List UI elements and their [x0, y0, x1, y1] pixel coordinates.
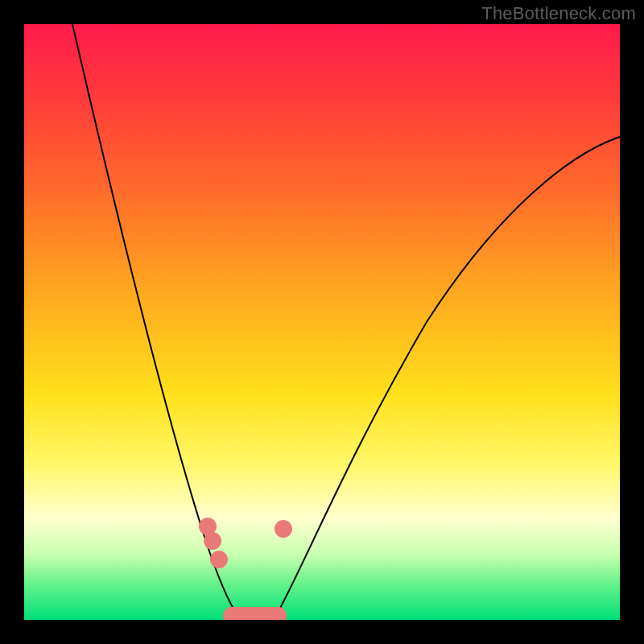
marker-dot — [204, 532, 221, 550]
marker-dot — [275, 520, 292, 538]
watermark-text: TheBottleneck.com — [481, 3, 636, 24]
left-curve — [72, 24, 242, 620]
right-curve — [274, 137, 620, 620]
marker-dot — [210, 551, 228, 568]
chart-frame: TheBottleneck.com — [0, 0, 644, 644]
plot-area — [24, 24, 620, 620]
curves-svg — [24, 24, 620, 620]
